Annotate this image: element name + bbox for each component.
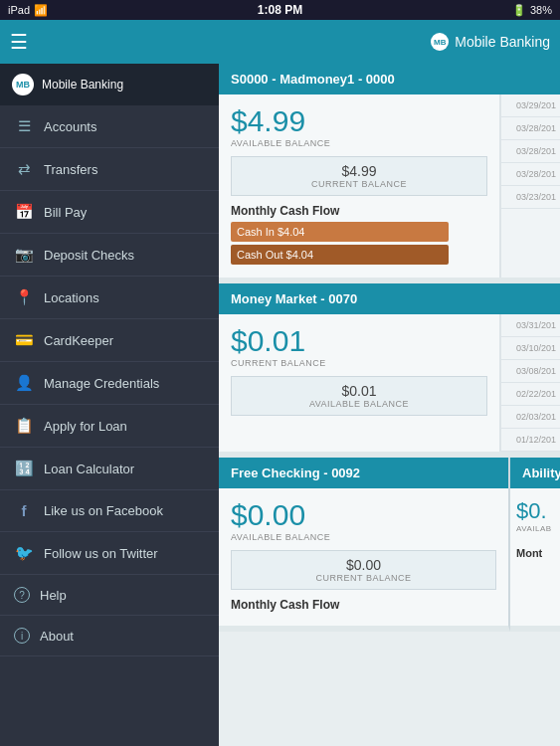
cardkeeper-icon: 💳 xyxy=(14,331,34,349)
sidebar-item-label: Accounts xyxy=(44,119,96,134)
account-card-3-header: Free Checking - 0092 xyxy=(219,458,508,488)
account-card-3: Free Checking - 0092 $0.00 AVAILABLE BAL… xyxy=(219,458,510,632)
sidebar-app-name: Mobile Banking xyxy=(42,78,123,92)
account-2-available-label: CURRENT BALANCE xyxy=(231,358,487,368)
sidebar-item-manage-credentials[interactable]: 👤 Manage Credentials xyxy=(0,362,219,405)
transaction-date: 03/23/201 xyxy=(501,186,560,209)
account-1-current-box: $4.99 CURRENT BALANCE xyxy=(231,156,487,196)
account-card-1-body: $4.99 AVAILABLE BALANCE $4.99 CURRENT BA… xyxy=(219,94,560,278)
account-3-available-balance: $0.00 xyxy=(231,498,496,532)
sidebar-item-facebook[interactable]: f Like us on Facebook xyxy=(0,490,219,532)
about-icon: i xyxy=(14,628,30,644)
account-1-transactions: 03/29/201 03/28/201 03/28/201 03/28/201 … xyxy=(500,94,560,278)
sidebar-item-label: Bill Pay xyxy=(44,205,87,220)
sidebar-item-label: Locations xyxy=(44,290,99,305)
account-2-available-balance: $0.01 xyxy=(231,324,487,358)
manage-credentials-icon: 👤 xyxy=(14,374,34,392)
account-3-main: $0.00 AVAILABLE BALANCE $0.00 CURRENT BA… xyxy=(219,488,508,626)
transfers-icon: ⇄ xyxy=(14,160,34,178)
sidebar-item-label: About xyxy=(40,629,74,644)
account-1-title: S0000 - Madmoney1 - 0000 xyxy=(231,72,395,87)
transaction-date: 03/28/201 xyxy=(501,117,560,140)
top-bar-logo: MB xyxy=(431,33,449,51)
top-bar: ☰ MB Mobile Banking xyxy=(0,20,560,64)
hamburger-icon[interactable]: ☰ xyxy=(10,30,28,54)
account-1-cashflow-title: Monthly Cash Flow xyxy=(231,204,487,218)
account-3-current-box: $0.00 CURRENT BALANCE xyxy=(231,550,496,590)
sidebar-item-loan-calculator[interactable]: 🔢 Loan Calculator xyxy=(0,448,219,490)
sidebar-item-help[interactable]: ? Help xyxy=(0,575,219,616)
sidebar-item-cardkeeper[interactable]: 💳 CardKeeper xyxy=(0,319,219,362)
sidebar-item-apply-for-loan[interactable]: 📋 Apply for Loan xyxy=(0,405,219,448)
sidebar-item-about[interactable]: i About xyxy=(0,616,219,656)
facebook-icon: f xyxy=(14,502,34,519)
sidebar-item-locations[interactable]: 📍 Locations xyxy=(0,277,219,319)
wifi-icon: 📶 xyxy=(34,4,48,17)
sidebar-item-transfers[interactable]: ⇄ Transfers xyxy=(0,148,219,191)
sidebar-item-label: Follow us on Twitter xyxy=(44,546,158,561)
transaction-date: 01/12/201 xyxy=(501,429,560,452)
account-1-current-label: CURRENT BALANCE xyxy=(242,179,476,189)
account-4-main: $0. AVAILAB xyxy=(510,488,560,543)
account-1-available-balance: $4.99 xyxy=(231,104,487,138)
transaction-date: 03/31/201 xyxy=(501,314,560,337)
account-4-cashflow-title: Mont xyxy=(510,543,560,563)
battery-icon: 🔋 xyxy=(512,4,526,17)
transaction-date: 03/28/201 xyxy=(501,140,560,163)
transaction-date: 03/10/201 xyxy=(501,337,560,360)
twitter-icon: 🐦 xyxy=(14,544,34,562)
account-4-title: Ability xyxy=(522,466,560,480)
sidebar-logo: MB xyxy=(12,74,34,95)
account-card-4-header: Ability xyxy=(510,458,560,488)
top-bar-left: ☰ xyxy=(10,30,28,54)
sidebar-item-bill-pay[interactable]: 📅 Bill Pay xyxy=(0,191,219,234)
status-bar: iPad 📶 1:08 PM 🔋 38% xyxy=(0,0,560,20)
sidebar-item-label: Transfers xyxy=(44,162,97,177)
account-1-cash-out-label: Cash Out $4.04 xyxy=(237,249,313,261)
account-4-balance: $0. xyxy=(516,498,554,524)
top-bar-title: Mobile Banking xyxy=(455,34,550,50)
account-2-current-box: $0.01 AVAILABLE BALANCE xyxy=(231,376,487,416)
transaction-date: 02/22/201 xyxy=(501,383,560,406)
sidebar-item-accounts[interactable]: ☰ Accounts xyxy=(0,105,219,148)
sidebar-header: MB Mobile Banking xyxy=(0,64,219,105)
account-1-available-label: AVAILABLE BALANCE xyxy=(231,138,487,148)
bill-pay-icon: 📅 xyxy=(14,203,34,221)
sidebar-item-label: Apply for Loan xyxy=(44,419,127,434)
account-1-cash-in-label: Cash In $4.04 xyxy=(237,226,305,238)
transaction-date: 03/08/201 xyxy=(501,360,560,383)
account-row-3: Free Checking - 0092 $0.00 AVAILABLE BAL… xyxy=(219,458,560,632)
sidebar-item-deposit-checks[interactable]: 📷 Deposit Checks xyxy=(0,234,219,277)
sidebar-item-label: Like us on Facebook xyxy=(44,503,163,518)
account-card-2-header: Money Market - 0070 xyxy=(219,283,560,314)
sidebar-item-twitter[interactable]: 🐦 Follow us on Twitter xyxy=(0,532,219,575)
account-card-1-header: S0000 - Madmoney1 - 0000 xyxy=(219,64,560,94)
account-1-cash-in-bar: Cash In $4.04 xyxy=(231,222,449,242)
deposit-checks-icon: 📷 xyxy=(14,246,34,264)
account-2-transactions: 03/31/201 03/10/201 03/08/201 02/22/201 … xyxy=(500,314,560,452)
account-2-title: Money Market - 0070 xyxy=(231,291,357,306)
content-area: S0000 - Madmoney1 - 0000 $4.99 AVAILABLE… xyxy=(219,64,560,746)
account-1-main: $4.99 AVAILABLE BALANCE $4.99 CURRENT BA… xyxy=(219,94,500,278)
status-left: iPad 📶 xyxy=(8,4,48,17)
account-3-available-label: AVAILABLE BALANCE xyxy=(231,532,496,542)
account-2-current-amount: $0.01 xyxy=(242,383,476,399)
account-3-current-label: CURRENT BALANCE xyxy=(242,573,485,583)
locations-icon: 📍 xyxy=(14,288,34,306)
account-3-title: Free Checking - 0092 xyxy=(231,466,360,480)
account-card-4: Ability $0. AVAILAB Mont xyxy=(510,458,560,632)
account-1-cash-out-bar: Cash Out $4.04 xyxy=(231,245,449,265)
status-right: 🔋 38% xyxy=(512,4,552,17)
accounts-icon: ☰ xyxy=(14,117,34,135)
account-2-current-label: AVAILABLE BALANCE xyxy=(242,399,476,409)
sidebar-item-label: Loan Calculator xyxy=(44,462,134,476)
apply-loan-icon: 📋 xyxy=(14,417,34,435)
account-card-2: Money Market - 0070 $0.01 CURRENT BALANC… xyxy=(219,283,560,458)
transaction-date: 03/29/201 xyxy=(501,94,560,117)
transaction-date: 03/28/201 xyxy=(501,163,560,186)
account-2-main: $0.01 CURRENT BALANCE $0.01 AVAILABLE BA… xyxy=(219,314,500,452)
transaction-date: 02/03/201 xyxy=(501,406,560,429)
account-card-2-body: $0.01 CURRENT BALANCE $0.01 AVAILABLE BA… xyxy=(219,314,560,452)
sidebar-item-label: Help xyxy=(40,588,67,603)
account-4-label: AVAILAB xyxy=(516,524,554,533)
